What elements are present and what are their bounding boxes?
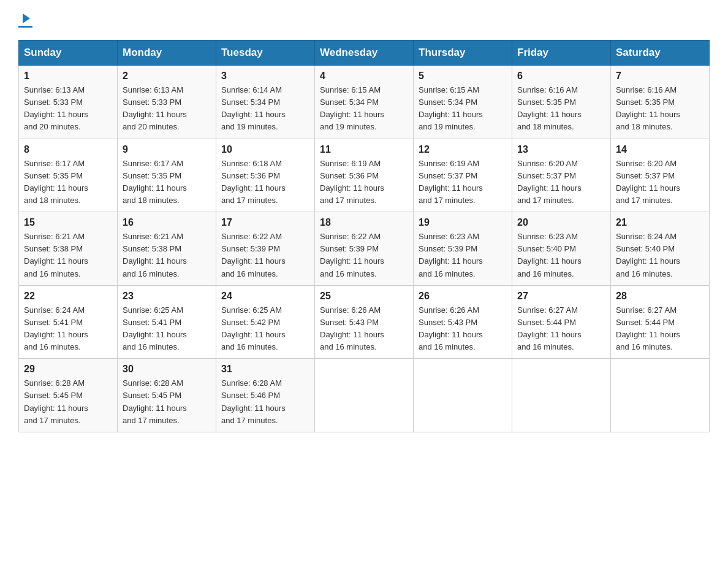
header-row: SundayMondayTuesdayWednesdayThursdayFrid… bbox=[19, 40, 710, 66]
logo-arrow-icon bbox=[20, 12, 32, 25]
calendar-week-4: 22Sunrise: 6:24 AMSunset: 5:41 PMDayligh… bbox=[19, 285, 710, 359]
day-info: Sunrise: 6:28 AMSunset: 5:45 PMDaylight:… bbox=[24, 377, 112, 427]
calendar-week-5: 29Sunrise: 6:28 AMSunset: 5:45 PMDayligh… bbox=[19, 359, 710, 432]
day-number: 12 bbox=[419, 144, 507, 155]
day-number: 19 bbox=[419, 217, 507, 228]
calendar-cell: 10Sunrise: 6:18 AMSunset: 5:36 PMDayligh… bbox=[216, 139, 315, 212]
calendar-cell: 11Sunrise: 6:19 AMSunset: 5:36 PMDayligh… bbox=[315, 139, 414, 212]
calendar-cell: 1Sunrise: 6:13 AMSunset: 5:33 PMDaylight… bbox=[19, 66, 118, 139]
day-info: Sunrise: 6:16 AMSunset: 5:35 PMDaylight:… bbox=[517, 84, 605, 134]
calendar-cell bbox=[611, 359, 710, 432]
day-info: Sunrise: 6:24 AMSunset: 5:40 PMDaylight:… bbox=[616, 231, 704, 280]
day-number: 11 bbox=[320, 144, 408, 155]
day-info: Sunrise: 6:25 AMSunset: 5:41 PMDaylight:… bbox=[123, 304, 211, 354]
calendar-cell: 19Sunrise: 6:23 AMSunset: 5:39 PMDayligh… bbox=[414, 212, 512, 286]
day-info: Sunrise: 6:27 AMSunset: 5:44 PMDaylight:… bbox=[616, 304, 704, 354]
day-info: Sunrise: 6:13 AMSunset: 5:33 PMDaylight:… bbox=[123, 84, 211, 134]
day-info: Sunrise: 6:19 AMSunset: 5:36 PMDaylight:… bbox=[320, 158, 408, 207]
day-number: 9 bbox=[123, 144, 211, 155]
day-info: Sunrise: 6:19 AMSunset: 5:37 PMDaylight:… bbox=[419, 158, 507, 207]
logo bbox=[18, 12, 32, 28]
day-number: 10 bbox=[221, 144, 309, 155]
day-info: Sunrise: 6:17 AMSunset: 5:35 PMDaylight:… bbox=[24, 158, 112, 207]
day-number: 16 bbox=[123, 217, 211, 228]
day-number: 22 bbox=[24, 291, 112, 302]
day-info: Sunrise: 6:24 AMSunset: 5:41 PMDaylight:… bbox=[24, 304, 112, 354]
calendar-cell: 7Sunrise: 6:16 AMSunset: 5:35 PMDaylight… bbox=[611, 66, 710, 139]
day-number: 26 bbox=[419, 291, 507, 302]
day-info: Sunrise: 6:28 AMSunset: 5:45 PMDaylight:… bbox=[123, 377, 211, 427]
svg-marker-0 bbox=[23, 13, 30, 23]
calendar-cell: 2Sunrise: 6:13 AMSunset: 5:33 PMDaylight… bbox=[118, 66, 216, 139]
calendar-cell: 9Sunrise: 6:17 AMSunset: 5:35 PMDaylight… bbox=[118, 139, 216, 212]
day-number: 29 bbox=[24, 364, 112, 375]
day-info: Sunrise: 6:15 AMSunset: 5:34 PMDaylight:… bbox=[419, 84, 507, 134]
calendar-cell: 6Sunrise: 6:16 AMSunset: 5:35 PMDaylight… bbox=[512, 66, 611, 139]
day-info: Sunrise: 6:22 AMSunset: 5:39 PMDaylight:… bbox=[221, 231, 309, 280]
calendar-week-3: 15Sunrise: 6:21 AMSunset: 5:38 PMDayligh… bbox=[19, 212, 710, 286]
day-info: Sunrise: 6:27 AMSunset: 5:44 PMDaylight:… bbox=[517, 304, 605, 354]
calendar-cell: 4Sunrise: 6:15 AMSunset: 5:34 PMDaylight… bbox=[315, 66, 414, 139]
day-number: 5 bbox=[419, 71, 507, 82]
calendar-cell: 12Sunrise: 6:19 AMSunset: 5:37 PMDayligh… bbox=[414, 139, 512, 212]
day-number: 20 bbox=[517, 217, 605, 228]
day-number: 28 bbox=[616, 291, 704, 302]
day-info: Sunrise: 6:21 AMSunset: 5:38 PMDaylight:… bbox=[123, 231, 211, 280]
col-header-friday: Friday bbox=[512, 40, 611, 66]
calendar-cell: 28Sunrise: 6:27 AMSunset: 5:44 PMDayligh… bbox=[611, 285, 710, 359]
day-number: 8 bbox=[24, 144, 112, 155]
calendar-cell: 22Sunrise: 6:24 AMSunset: 5:41 PMDayligh… bbox=[19, 285, 118, 359]
day-info: Sunrise: 6:23 AMSunset: 5:40 PMDaylight:… bbox=[517, 231, 605, 280]
day-info: Sunrise: 6:20 AMSunset: 5:37 PMDaylight:… bbox=[517, 158, 605, 207]
day-info: Sunrise: 6:21 AMSunset: 5:38 PMDaylight:… bbox=[24, 231, 112, 280]
day-number: 31 bbox=[221, 364, 309, 375]
col-header-thursday: Thursday bbox=[414, 40, 512, 66]
day-info: Sunrise: 6:18 AMSunset: 5:36 PMDaylight:… bbox=[221, 158, 309, 207]
col-header-monday: Monday bbox=[118, 40, 216, 66]
calendar-cell bbox=[315, 359, 414, 432]
calendar-cell bbox=[512, 359, 611, 432]
col-header-wednesday: Wednesday bbox=[315, 40, 414, 66]
logo-underline bbox=[18, 26, 32, 28]
calendar-cell: 15Sunrise: 6:21 AMSunset: 5:38 PMDayligh… bbox=[19, 212, 118, 286]
calendar-cell: 3Sunrise: 6:14 AMSunset: 5:34 PMDaylight… bbox=[216, 66, 315, 139]
day-number: 18 bbox=[320, 217, 408, 228]
day-number: 23 bbox=[123, 291, 211, 302]
day-number: 24 bbox=[221, 291, 309, 302]
day-info: Sunrise: 6:26 AMSunset: 5:43 PMDaylight:… bbox=[419, 304, 507, 354]
day-number: 30 bbox=[123, 364, 211, 375]
day-number: 21 bbox=[616, 217, 704, 228]
calendar-week-2: 8Sunrise: 6:17 AMSunset: 5:35 PMDaylight… bbox=[19, 139, 710, 212]
day-number: 1 bbox=[24, 71, 112, 82]
day-info: Sunrise: 6:15 AMSunset: 5:34 PMDaylight:… bbox=[320, 84, 408, 134]
day-number: 13 bbox=[517, 144, 605, 155]
day-info: Sunrise: 6:26 AMSunset: 5:43 PMDaylight:… bbox=[320, 304, 408, 354]
calendar-cell: 23Sunrise: 6:25 AMSunset: 5:41 PMDayligh… bbox=[118, 285, 216, 359]
calendar-cell: 20Sunrise: 6:23 AMSunset: 5:40 PMDayligh… bbox=[512, 212, 611, 286]
calendar-cell: 24Sunrise: 6:25 AMSunset: 5:42 PMDayligh… bbox=[216, 285, 315, 359]
calendar-cell: 27Sunrise: 6:27 AMSunset: 5:44 PMDayligh… bbox=[512, 285, 611, 359]
day-info: Sunrise: 6:13 AMSunset: 5:33 PMDaylight:… bbox=[24, 84, 112, 134]
col-header-saturday: Saturday bbox=[611, 40, 710, 66]
day-number: 7 bbox=[616, 71, 704, 82]
calendar-cell: 14Sunrise: 6:20 AMSunset: 5:37 PMDayligh… bbox=[611, 139, 710, 212]
calendar-cell: 13Sunrise: 6:20 AMSunset: 5:37 PMDayligh… bbox=[512, 139, 611, 212]
day-number: 3 bbox=[221, 71, 309, 82]
calendar-cell: 8Sunrise: 6:17 AMSunset: 5:35 PMDaylight… bbox=[19, 139, 118, 212]
calendar-cell: 25Sunrise: 6:26 AMSunset: 5:43 PMDayligh… bbox=[315, 285, 414, 359]
day-number: 6 bbox=[517, 71, 605, 82]
calendar-cell: 17Sunrise: 6:22 AMSunset: 5:39 PMDayligh… bbox=[216, 212, 315, 286]
day-number: 15 bbox=[24, 217, 112, 228]
calendar-cell: 21Sunrise: 6:24 AMSunset: 5:40 PMDayligh… bbox=[611, 212, 710, 286]
col-header-sunday: Sunday bbox=[19, 40, 118, 66]
calendar-cell: 29Sunrise: 6:28 AMSunset: 5:45 PMDayligh… bbox=[19, 359, 118, 432]
calendar-cell: 30Sunrise: 6:28 AMSunset: 5:45 PMDayligh… bbox=[118, 359, 216, 432]
day-number: 17 bbox=[221, 217, 309, 228]
calendar-cell: 26Sunrise: 6:26 AMSunset: 5:43 PMDayligh… bbox=[414, 285, 512, 359]
day-info: Sunrise: 6:16 AMSunset: 5:35 PMDaylight:… bbox=[616, 84, 704, 134]
calendar-cell: 18Sunrise: 6:22 AMSunset: 5:39 PMDayligh… bbox=[315, 212, 414, 286]
day-number: 4 bbox=[320, 71, 408, 82]
calendar-week-1: 1Sunrise: 6:13 AMSunset: 5:33 PMDaylight… bbox=[19, 66, 710, 139]
day-number: 25 bbox=[320, 291, 408, 302]
calendar-cell: 5Sunrise: 6:15 AMSunset: 5:34 PMDaylight… bbox=[414, 66, 512, 139]
